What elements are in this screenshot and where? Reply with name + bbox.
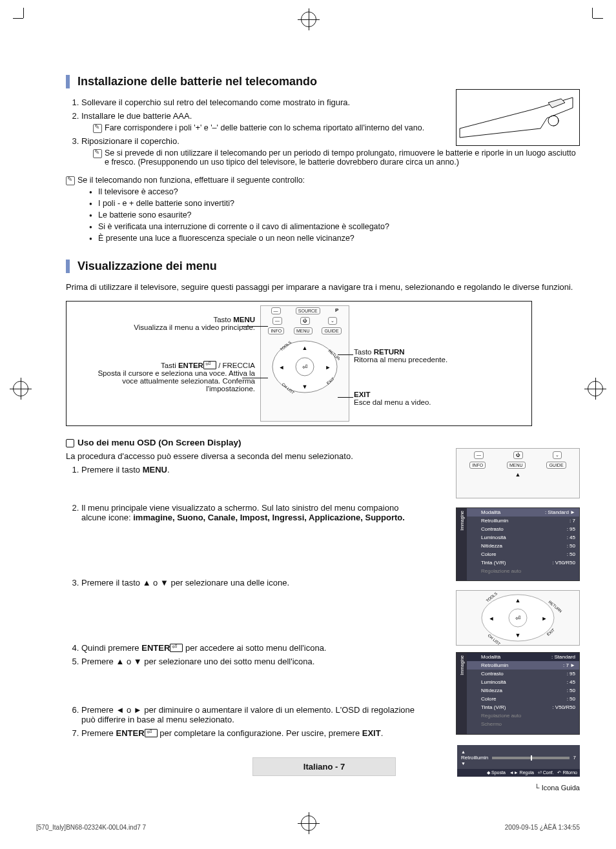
fig-remote-nav: ⏎▲▼◄►TOOLSRETURNCH LISTEXIT [456, 590, 580, 646]
registration-mark-top [301, 12, 316, 27]
svg-text:▼: ▼ [515, 632, 521, 639]
osd-step-6: Premere ◄ o ► per diminuire o aumentare … [81, 705, 417, 724]
osd-step-7: Premere ENTER per completare la configur… [81, 728, 417, 738]
osd-adjust-bar: ▲Retroillumin▼ 7 ◆ Sposta ◄► Regola ⏎ Co… [457, 745, 580, 777]
osd-panel-1: Immagine Modalità: Standard ► Retroillum… [456, 507, 580, 581]
enter-icon [170, 644, 183, 652]
registration-mark-left [13, 381, 28, 396]
osd-step-2: Il menu principale viene visualizzato a … [81, 503, 417, 522]
s1-bullet-4: Si è verificata una interruzione di corr… [89, 222, 582, 231]
osd-step-5: Premere ▲ o ▼ per selezionare uno dei so… [81, 657, 417, 666]
remote-diagram: —SOURCEP —⏻⌄ INFOMENUGUIDE ⏎▲▼◄►TOOLSRET… [66, 301, 532, 426]
svg-text:▲: ▲ [302, 345, 308, 351]
svg-text:►: ► [325, 364, 331, 371]
svg-text:⏎: ⏎ [302, 363, 307, 371]
s1-bullet-1: Il televisore è acceso? [89, 187, 582, 196]
section-1-title: Installazione delle batterie nel telecom… [66, 75, 582, 88]
svg-text:◄: ◄ [279, 364, 285, 371]
svg-text:▼: ▼ [302, 384, 308, 390]
s1-step-2-note: Fare corrispondere i poli '+' e '–' dell… [93, 123, 582, 132]
osd-subtitle: Uso dei menu OSD (On Screen Display) [66, 438, 582, 447]
section-2-title: Visualizzazione dei menu [66, 260, 582, 273]
section-2-intro: Prima di utilizzare il televisore, segui… [66, 282, 582, 292]
enter-icon [145, 729, 158, 737]
osd-step-4: Quindi premere ENTER per accedere ai sot… [81, 643, 417, 653]
svg-text:⏎: ⏎ [515, 615, 520, 622]
fig-remote-top: —⏻⌄ INFOMENUGUIDE ▲ [456, 448, 580, 498]
s1-troubleshoot-lead: Se il telecomando non funziona, effettua… [66, 176, 582, 185]
s1-bullet-3: Le batterie sono esaurite? [89, 210, 582, 220]
s1-bullet-2: I poli - e + delle batterie sono inverti… [89, 199, 582, 208]
page-footer-label: Italiano - 7 [252, 757, 396, 776]
svg-text:◄: ◄ [489, 615, 495, 622]
footer-file: [570_Italy]BN68-02324K-00L04.ind7 7 [36, 824, 146, 831]
osd-step-1: Premere il tasto MENU. [81, 465, 417, 475]
battery-diagram [456, 89, 580, 146]
s1-bullet-5: È presente una luce a fluorescenza speci… [89, 234, 582, 243]
footer-date: 2009-09-15 ¿ÀÈÄ 1:34:55 [505, 824, 580, 831]
osd-panel-2: Immagine Modalità: Standard Retroillumin… [456, 652, 580, 735]
svg-text:►: ► [542, 615, 548, 622]
s1-step-3-note: Se si prevede di non utilizzare il telec… [93, 148, 582, 167]
osd-step-3: Premere il tasto ▲ o ▼ per selezionare u… [81, 578, 417, 588]
guide-icon-label: └ Icona Guida [456, 784, 580, 792]
enter-icon [203, 361, 216, 369]
registration-mark-right [588, 381, 603, 396]
svg-text:▲: ▲ [515, 597, 521, 604]
remote-illustration: —SOURCEP —⏻⌄ INFOMENUGUIDE ⏎▲▼◄►TOOLSRET… [260, 305, 349, 422]
